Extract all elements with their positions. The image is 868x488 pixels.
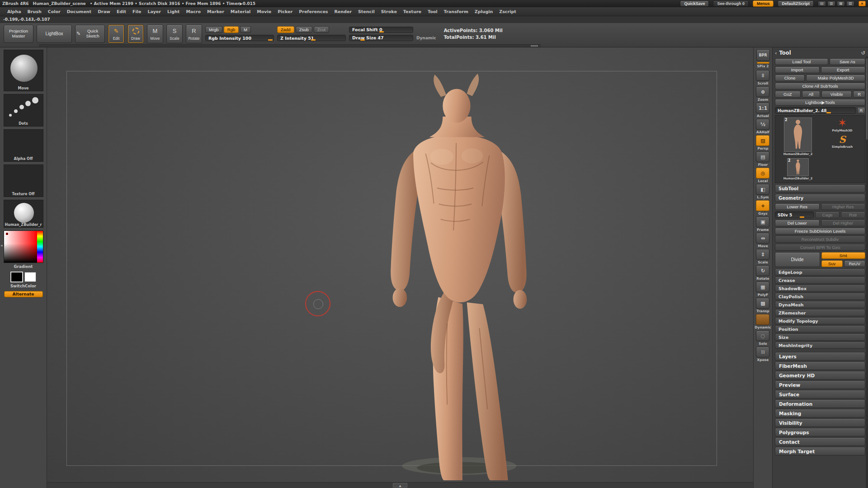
- palette-section-header[interactable]: Masking: [775, 409, 865, 418]
- menu-item[interactable]: Draw: [98, 9, 110, 14]
- zcut-button[interactable]: Zcut: [314, 26, 329, 33]
- subsection-header[interactable]: EdgeLoop: [775, 268, 865, 276]
- higher-res-button[interactable]: Higher Res: [821, 203, 866, 210]
- menu-item[interactable]: Texture: [403, 9, 421, 14]
- panel-scrollbar-handle[interactable]: [866, 58, 868, 140]
- canvas-bottom-scrollbar[interactable]: ▲: [47, 482, 753, 488]
- shelf-button[interactable]: ◧ L.Sym: [756, 184, 769, 199]
- subsection-header[interactable]: MeshIntegrity: [775, 342, 865, 349]
- clone-all-subtools-button[interactable]: Clone All SubTools: [775, 83, 865, 89]
- current-stroke-thumbnail[interactable]: Dots: [4, 94, 43, 127]
- palette-section-header[interactable]: Visibility: [775, 418, 865, 427]
- geometry-section-header[interactable]: Geometry: [775, 194, 865, 202]
- rstr-button[interactable]: Rstr: [841, 211, 865, 218]
- clone-button[interactable]: Clone: [775, 75, 805, 81]
- zsub-button[interactable]: Zsub: [296, 26, 312, 33]
- z-intensity-slider[interactable]: Z Intensity 51: [277, 35, 346, 41]
- layout-icon[interactable]: ▧: [846, 1, 854, 6]
- simplebrush-tool[interactable]: S SimpleBrush: [832, 135, 853, 149]
- del-higher-button[interactable]: Del Higher: [821, 220, 866, 226]
- restore-icon[interactable]: ↺: [861, 50, 865, 56]
- subsection-header[interactable]: ShadowBox: [775, 285, 865, 292]
- cage-button[interactable]: Cage: [815, 211, 840, 218]
- menu-item[interactable]: Render: [335, 9, 352, 14]
- saturation-value-square[interactable]: [4, 231, 37, 263]
- save-as-button[interactable]: Save As: [830, 58, 865, 65]
- shelf-button[interactable]: ⇔ Move: [756, 233, 769, 248]
- import-button[interactable]: Import: [775, 66, 820, 73]
- switchcolor-label[interactable]: SwitchColor: [10, 284, 36, 288]
- shelf-button[interactable]: ▦ PolyF: [756, 282, 769, 297]
- menu-item[interactable]: Material: [231, 9, 250, 14]
- freeze-subdivision-button[interactable]: Freeze SubDivision Levels: [775, 228, 865, 235]
- shelf-button[interactable]: ▩ Transp: [756, 298, 769, 313]
- shelf-scrollbar[interactable]: [39, 44, 541, 47]
- lower-res-button[interactable]: Lower Res: [775, 203, 820, 210]
- edit-button[interactable]: ✎ Edit: [108, 24, 124, 43]
- palette-section-header[interactable]: FiberMesh: [775, 361, 865, 370]
- subsection-header[interactable]: Size: [775, 333, 865, 341]
- default-zscript-button[interactable]: DefaultZScript: [778, 0, 814, 7]
- sdiv-slider[interactable]: SDiv 5: [775, 211, 814, 218]
- left-divider-arrow[interactable]: ◂: [0, 243, 3, 248]
- tool-r-button[interactable]: R: [857, 107, 865, 114]
- shelf-button[interactable]: ↻ Rotate: [756, 265, 769, 281]
- divider-handle[interactable]: ▲: [393, 483, 407, 488]
- shelf-button[interactable]: Dynamic: [755, 314, 771, 329]
- see-through-slider[interactable]: See-through 0: [713, 0, 749, 7]
- current-material-thumbnail[interactable]: Human_ZBuilder_r: [4, 200, 43, 228]
- scrollbar-handle[interactable]: [531, 45, 538, 47]
- palette-section-header[interactable]: Deformation: [775, 399, 865, 408]
- subsection-header[interactable]: ClayPolish: [775, 293, 865, 300]
- layout-icon[interactable]: ▥: [827, 1, 835, 6]
- shelf-button[interactable]: ⇳ Scroll: [756, 70, 769, 85]
- subsection-header[interactable]: ZRemesher: [775, 309, 865, 316]
- shelf-button[interactable]: ▣ Frame: [756, 216, 769, 232]
- load-tool-button[interactable]: Load Tool: [775, 58, 828, 65]
- gradient-label[interactable]: Gradient: [14, 264, 33, 269]
- menu-item[interactable]: Marker: [207, 9, 224, 14]
- palette-section-header[interactable]: Polygroups: [775, 428, 865, 436]
- shelf-button[interactable]: 1:1 Actual: [756, 103, 769, 118]
- zadd-button[interactable]: Zadd: [277, 26, 294, 33]
- projection-master-button[interactable]: Projection Master: [4, 25, 33, 43]
- m-button[interactable]: M: [240, 26, 251, 33]
- active-tool-item[interactable]: 2 HumanZBuilder_2: [783, 117, 813, 156]
- shelf-button[interactable]: ◎ Local: [756, 168, 769, 183]
- rotate-button[interactable]: R Rotate: [186, 24, 202, 43]
- close-icon[interactable]: ×: [859, 1, 866, 6]
- shelf-button[interactable]: ⇕ Scale: [756, 249, 769, 264]
- active-tool-slider[interactable]: HumanZBuilder_2. 48: [775, 107, 856, 114]
- secondary-color-swatch[interactable]: [24, 272, 36, 282]
- layout-icon[interactable]: ▦: [837, 1, 845, 6]
- export-button[interactable]: Export: [821, 66, 866, 73]
- quick-sketch-button[interactable]: ✎Quick Sketch: [75, 25, 105, 43]
- shelf-button[interactable]: ▤ Floor: [756, 151, 769, 167]
- reconstruct-subdiv-button[interactable]: Reconstruct Subdiv: [775, 236, 865, 243]
- convert-bpr-button[interactable]: Convert BPR To Geo: [775, 244, 865, 251]
- smt-button[interactable]: Smt: [821, 252, 866, 259]
- goz-all-button[interactable]: All: [802, 91, 820, 98]
- collapse-icon[interactable]: ‹: [775, 50, 777, 56]
- shelf-button[interactable]: ◌ Solo: [756, 330, 769, 346]
- move-button[interactable]: M Move: [147, 24, 163, 43]
- shelf-button[interactable]: ▨ Persp: [756, 135, 769, 150]
- menu-item[interactable]: Preferences: [299, 9, 328, 14]
- palette-section-header[interactable]: Layers: [775, 352, 865, 361]
- tool-item[interactable]: 2 HumanZBuilder_2: [783, 158, 813, 180]
- shelf-button[interactable]: ∷ Xpose: [756, 347, 769, 362]
- lightbox-button[interactable]: LightBox: [37, 25, 72, 43]
- divide-button[interactable]: Divide: [775, 252, 820, 267]
- rgb-button[interactable]: Rgb: [224, 26, 239, 33]
- current-texture-thumbnail[interactable]: Texture Off: [4, 164, 43, 197]
- shelf-button[interactable]: ½ AAHalf: [756, 119, 769, 134]
- subsection-header[interactable]: Crease: [775, 277, 865, 284]
- current-brush-thumbnail[interactable]: Move: [4, 50, 43, 91]
- scale-button[interactable]: S Scale: [166, 24, 183, 43]
- palette-section-header[interactable]: Preview: [775, 380, 865, 389]
- menu-item[interactable]: Movie: [257, 9, 271, 14]
- goz-r-button[interactable]: R: [853, 91, 865, 98]
- current-alpha-thumbnail[interactable]: Alpha Off: [4, 129, 43, 162]
- menu-item[interactable]: Edit: [117, 9, 126, 14]
- menu-item[interactable]: Color: [48, 9, 61, 14]
